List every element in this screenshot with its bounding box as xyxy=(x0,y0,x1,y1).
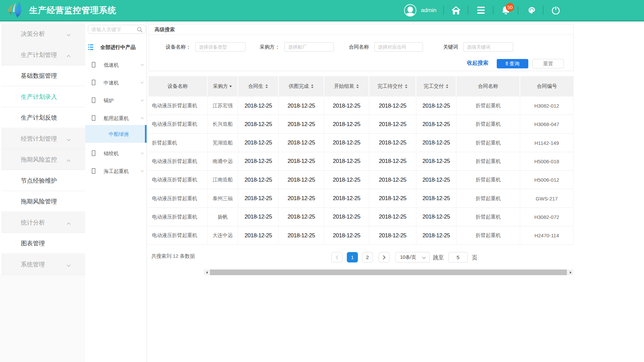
sort-icon[interactable] xyxy=(356,84,359,88)
scroll-right-button[interactable] xyxy=(568,269,573,275)
sidebar-item-7[interactable]: 拖期风险监控 xyxy=(1,149,85,170)
chevron-left-icon xyxy=(335,255,338,260)
sidebar-footer-area xyxy=(0,275,85,362)
tree-item-锚绞机[interactable]: 锚绞机 xyxy=(85,144,147,162)
user-avatar[interactable] xyxy=(404,0,417,20)
sidebar-item-5[interactable]: 生产计划反馈 xyxy=(1,107,85,128)
reset-button[interactable]: 重置 xyxy=(532,59,564,68)
sidebar-item-9[interactable]: 拖期风险管理 xyxy=(1,191,85,212)
collapse-search-link[interactable]: 收起搜索 xyxy=(467,60,488,67)
cell-r1c2: 江苏宏强 xyxy=(208,97,238,115)
column-header-label: 设备名称 xyxy=(168,83,188,89)
list-icon xyxy=(88,44,93,50)
theme-button[interactable] xyxy=(528,0,536,20)
column-header-3[interactable]: 合同生 xyxy=(238,76,279,97)
pagination-prev-button[interactable] xyxy=(331,252,342,262)
column-header-4[interactable]: 供图完成 xyxy=(279,76,324,97)
cell-r5c1: 电动液压折臂起重机 xyxy=(149,171,208,189)
sidebar-menu: 决策分析 生产计划管理 基础数据管理 生产计划录入 生产计划反馈 经营计划管理 … xyxy=(0,21,85,362)
sidebar-item-8[interactable]: 节点经验维护 xyxy=(1,170,85,191)
tree-item-低速机[interactable]: 低速机 xyxy=(85,56,147,74)
cell-r8c6: 2018-12-25 xyxy=(369,226,416,245)
filter-caret-icon[interactable] xyxy=(229,85,232,87)
cell-r1c4: 2018-12-25 xyxy=(279,97,324,115)
tree-root-item[interactable]: 全部进行中产品 xyxy=(85,40,147,54)
username[interactable]: admin xyxy=(421,0,436,20)
logout-button[interactable] xyxy=(552,0,560,20)
menu-button[interactable] xyxy=(477,0,485,20)
scroll-left-button[interactable] xyxy=(204,269,210,275)
cell-r5c8: 折臂起重机 xyxy=(457,171,520,189)
sidebar-item-3[interactable]: 基础数据管理 xyxy=(1,65,85,86)
panel-divider xyxy=(147,21,147,362)
cell-r5c6: 2018-12-25 xyxy=(369,171,416,189)
table-row-7[interactable]: 电动液压折臂起重机扬帆2018-12-252018-12-252018-12-2… xyxy=(149,208,574,226)
table-row-4[interactable]: 电动液压折臂起重机南通中远2018-12-252018-12-252018-12… xyxy=(149,152,574,171)
cell-r1c7: 2018-12-25 xyxy=(416,97,457,115)
query-icon-fallback-text: fl xyxy=(505,61,508,66)
jump-page-input[interactable] xyxy=(448,252,468,262)
tree-item-船用起重机[interactable]: 船用起重机 xyxy=(85,109,147,127)
table-row-6[interactable]: 电动液压折臂起重机泰州三福2018-12-252018-12-252018-12… xyxy=(149,189,574,208)
column-header-6[interactable]: 完工待交付 xyxy=(369,76,416,97)
pagination-next-button[interactable] xyxy=(379,252,390,262)
app-logo-icon xyxy=(7,2,22,18)
sidebar-item-4[interactable]: 生产计划录入 xyxy=(1,86,85,107)
sidebar-item-11[interactable]: 图表管理 xyxy=(1,233,85,254)
sort-icon[interactable] xyxy=(446,84,448,88)
cell-r8c2: 大连中远 xyxy=(208,226,238,245)
column-header-label: 合同生 xyxy=(248,83,263,89)
sidebar-item-label: 拖期风险监控 xyxy=(21,149,57,170)
search-field-input[interactable] xyxy=(467,43,511,51)
sidebar-item-6[interactable]: 经营计划管理 xyxy=(1,128,85,149)
column-header-2[interactable]: 采购方 xyxy=(208,76,238,97)
scrollbar-thumb[interactable] xyxy=(210,269,567,275)
cell-r5c2: 江南造船 xyxy=(208,171,238,189)
table-row-5[interactable]: 电动液压折臂起重机江南造船2018-12-252018-12-252018-12… xyxy=(149,171,574,189)
notification-badge-count: 50 xyxy=(506,3,514,11)
tree-item-海工起重机[interactable]: 海工起重机 xyxy=(85,162,147,180)
sidebar-item-10[interactable]: 统计分析 xyxy=(1,212,85,233)
table-row-8[interactable]: 电动液压折臂起重机大连中远2018-12-252018-12-252018-12… xyxy=(149,226,574,245)
cell-r5c5: 2018-12-25 xyxy=(324,171,370,189)
search-icon[interactable] xyxy=(137,27,143,33)
header-separator xyxy=(493,6,493,14)
search-field-input[interactable] xyxy=(199,43,243,51)
tree-item-中船绿洲[interactable]: 中船绿洲 xyxy=(85,125,147,143)
sidebar-item-label: 生产计划管理 xyxy=(21,45,57,65)
sidebar-item-12[interactable]: 系统管理 xyxy=(1,254,85,275)
sort-icon[interactable] xyxy=(265,84,268,88)
home-button[interactable] xyxy=(451,0,461,20)
sidebar-item-1[interactable]: 决策分析 xyxy=(1,23,85,44)
page-size-select[interactable]: 10条/页 xyxy=(395,252,430,262)
search-field-label: 关键词 xyxy=(443,42,458,52)
column-header-label: 合同名称 xyxy=(478,83,498,89)
cell-r4c7: 2018-12-25 xyxy=(416,152,457,171)
hamburger-icon xyxy=(477,7,485,14)
sidebar-item-label: 基础数据管理 xyxy=(21,65,57,86)
cell-r8c4: 2018-12-25 xyxy=(279,226,324,245)
horizontal-scrollbar[interactable] xyxy=(204,269,573,275)
pagination-page-1[interactable]: 1 xyxy=(347,252,358,262)
cell-r2c5: 2018-12-25 xyxy=(324,115,370,133)
table-row-2[interactable]: 电动液压折臂起重机长兴造船2018-12-252018-12-252018-12… xyxy=(149,115,574,133)
search-field-input[interactable] xyxy=(378,43,421,51)
search-field-input[interactable] xyxy=(288,43,331,51)
sidebar-item-2[interactable]: 生产计划管理 xyxy=(1,45,85,65)
palette-icon xyxy=(528,6,536,14)
tree-item-中速机[interactable]: 中速机 xyxy=(85,74,147,92)
tree-item-label: 锚绞机 xyxy=(104,144,119,162)
query-button[interactable]: fl 查询 xyxy=(497,59,528,68)
tree-search-input[interactable] xyxy=(91,25,137,34)
chevron-icon xyxy=(141,117,144,119)
pagination-page-2[interactable]: 2 xyxy=(362,252,373,262)
table-row-3[interactable]: 折臂起重机芜湖造船2018-12-252018-12-252018-12-252… xyxy=(149,134,574,152)
cell-r3c5: 2018-12-25 xyxy=(324,134,370,152)
tree-item-锅炉[interactable]: 锅炉 xyxy=(85,92,147,109)
sort-icon[interactable] xyxy=(405,84,408,88)
cell-r4c1: 电动液压折臂起重机 xyxy=(149,152,208,171)
table-row-1[interactable]: 电动液压折臂起重机江苏宏强2018-12-252018-12-252018-12… xyxy=(149,97,574,115)
column-header-7[interactable]: 完工交付 xyxy=(416,76,457,97)
sort-icon[interactable] xyxy=(311,84,314,88)
column-header-5[interactable]: 开始组装 xyxy=(324,76,370,97)
